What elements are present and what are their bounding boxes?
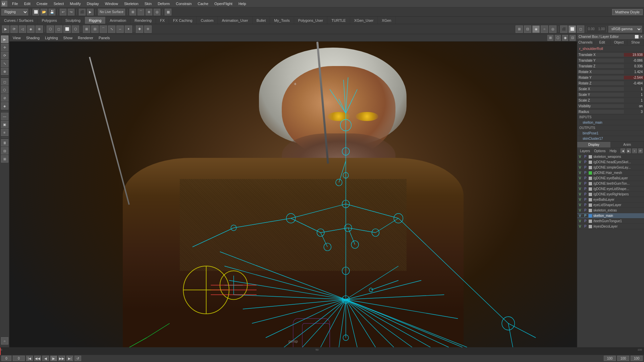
layer-playback-btn[interactable]: P — [583, 176, 588, 180]
scale-tool[interactable]: ⤡ — [1, 60, 8, 67]
layer-teeth2[interactable]: V P /teethGumTongue1 — [577, 219, 644, 224]
redo-btn[interactable]: ↪ — [68, 9, 74, 15]
layer-visibility-btn[interactable]: V — [577, 219, 583, 223]
loop-btn[interactable]: ↺ — [74, 356, 81, 361]
layer-visibility-btn[interactable]: V — [577, 225, 583, 228]
layer-playback-btn[interactable]: P — [583, 160, 588, 164]
ik-handle-btn[interactable]: ⌒ — [100, 25, 107, 33]
paint-select-btn[interactable]: ◁ — [19, 25, 26, 33]
tab-fx[interactable]: FX — [156, 17, 169, 24]
ik-spline-btn[interactable]: ⤡ — [108, 25, 115, 33]
menu-select[interactable]: Select — [51, 1, 67, 6]
output-bindpose1[interactable]: bindPose1 — [577, 131, 644, 136]
channel-value[interactable]: 1.424 — [624, 70, 644, 74]
no-live-surface-btn[interactable]: No Live Surface — [98, 9, 125, 15]
end-frame-input[interactable] — [631, 356, 643, 361]
cb-tab-object[interactable]: Object — [611, 40, 628, 45]
menu-cache[interactable]: Cache — [195, 1, 211, 6]
output-skincluster17[interactable]: skinCluster17 — [577, 136, 644, 141]
move-tool[interactable]: ✛ — [1, 44, 8, 51]
perspective-btn[interactable]: ⬡ — [72, 25, 79, 33]
cb-close-icon[interactable]: ✕ — [640, 35, 643, 39]
tab-polygons[interactable]: Polygons — [38, 17, 61, 24]
tab-rigging[interactable]: Rigging — [85, 17, 106, 24]
render-layer-btn[interactable]: ⊞ — [1, 155, 8, 163]
tab-mytools[interactable]: My_Tools — [270, 17, 294, 24]
cross-btn[interactable]: ✛ — [144, 25, 152, 33]
soft-select-btn[interactable]: ⊕ — [36, 25, 43, 33]
cb-tab-channels[interactable]: Channels — [577, 40, 594, 45]
tab-curves-surfaces[interactable]: Curves / Surfaces — [0, 17, 38, 24]
layer-visibility-btn[interactable]: V — [577, 208, 583, 212]
vp-renderer-menu[interactable]: Renderer — [76, 35, 95, 41]
tab-anim[interactable]: Anim — [611, 142, 644, 147]
layer-eyelid[interactable]: V P /gDONE:eyeLidShape... — [577, 186, 644, 192]
layer-playback-btn[interactable]: P — [583, 166, 588, 169]
tab-display[interactable]: Display — [577, 142, 611, 147]
channel-translate-z[interactable]: Translate Z 0.336 — [577, 63, 644, 69]
vp-view-menu[interactable]: View — [11, 35, 23, 41]
channel-visibility[interactable]: Visibility on — [577, 103, 644, 109]
mode-select[interactable]: Rigging — [1, 9, 28, 15]
layers-help-menu[interactable]: Help — [608, 149, 618, 153]
snap-view-btn[interactable]: ◎ — [154, 9, 160, 15]
channel-rotate-z[interactable]: Rotate Z -0.484 — [577, 80, 644, 86]
vp-shading2[interactable]: ⬜ — [569, 25, 576, 33]
show-manip[interactable]: — — [1, 113, 8, 120]
lattice-tool[interactable]: ⬡ — [1, 86, 8, 94]
range-start-input[interactable] — [604, 356, 616, 361]
menu-constrain[interactable]: Constrain — [173, 1, 194, 6]
channel-scale-z[interactable]: Scale Z 1 — [577, 98, 644, 103]
layer-eyerig[interactable]: V P /gDONE:eyeRigHelpers — [577, 192, 644, 197]
layer-hair-mesh[interactable]: V P gDONE:Hair_mesh — [577, 170, 644, 176]
menu-skin[interactable]: Skin — [142, 1, 154, 6]
cluster-btn[interactable]: ↔ — [116, 25, 124, 33]
layer-playback-btn[interactable]: P — [583, 203, 588, 207]
render-btn[interactable]: ⬛ — [79, 9, 86, 15]
channel-value[interactable]: -0.086 — [624, 59, 644, 62]
snap-curve-btn[interactable]: ⌒ — [138, 9, 144, 15]
vp-panels-menu[interactable]: Panels — [97, 35, 112, 41]
layer-headeyesSkel[interactable]: V P /gDONE:headEyesSkel... — [577, 160, 644, 165]
layer-eyesdeco[interactable]: V P /eyesDecoLayer — [577, 224, 644, 229]
channel-value[interactable]: 1 — [624, 99, 644, 102]
menu-edit[interactable]: Edit — [21, 1, 33, 6]
vp-icon-1[interactable]: ⊞ — [547, 35, 553, 41]
channel-radius[interactable]: Radius 3 — [577, 109, 644, 115]
layer-visibility-btn[interactable]: V — [577, 214, 583, 218]
layer-visibility-btn[interactable]: V — [577, 176, 583, 180]
options-menu[interactable]: Options — [593, 149, 607, 153]
layer-playback-btn[interactable]: P — [583, 182, 588, 185]
vp-opt4[interactable]: ○ — [541, 25, 548, 33]
open-scene-btn[interactable]: 📂 — [41, 9, 47, 15]
channel-value[interactable]: 19.938 — [624, 53, 644, 57]
layer-teeth[interactable]: V P /gDONE:teethGumTon... — [577, 181, 644, 186]
channel-value[interactable]: 3 — [624, 110, 644, 114]
play-back-btn[interactable]: ◀ — [42, 356, 49, 361]
vp-opt1[interactable]: ⊞ — [516, 25, 523, 33]
timeline-bar[interactable]: 0 50 100 — [0, 348, 644, 355]
channel-translate-x[interactable]: Translate X 19.938 — [577, 52, 644, 58]
menu-file[interactable]: File — [9, 1, 21, 6]
tab-bullet[interactable]: Bullet — [253, 17, 270, 24]
viewport[interactable]: View Shading Lighting Show Renderer Pane… — [9, 34, 577, 347]
go-to-start-btn[interactable]: |◀ — [26, 356, 33, 361]
wireframe-btn[interactable]: ◻ — [55, 25, 62, 33]
step-back-btn[interactable]: ◀◀ — [34, 356, 41, 361]
menu-modify[interactable]: Modify — [67, 1, 83, 6]
snap-fk-btn[interactable]: ⊟ — [91, 25, 99, 33]
menu-openflight[interactable]: OpenFlight — [212, 1, 235, 6]
layer-visibility-btn[interactable]: V — [577, 198, 583, 201]
box-btn[interactable]: ⬜ — [63, 25, 71, 33]
custom-tool-2[interactable]: ≡ — [1, 129, 8, 136]
tab-animation-user[interactable]: Animation_User — [218, 17, 252, 24]
layer-btn[interactable]: ≣ — [1, 139, 8, 146]
vp-opt3[interactable]: ◉ — [532, 25, 540, 33]
display-btn[interactable]: ⊟ — [1, 147, 8, 155]
layer-skelton-main[interactable]: V P skelton_main — [577, 213, 644, 219]
channel-value[interactable]: 1 — [624, 87, 644, 91]
layer-visibility-btn[interactable]: V — [577, 171, 583, 175]
layer-playback-btn[interactable]: P — [583, 219, 588, 223]
layer-playback-btn[interactable]: P — [583, 187, 588, 191]
snap-ik-btn[interactable]: ⊞ — [83, 25, 90, 33]
